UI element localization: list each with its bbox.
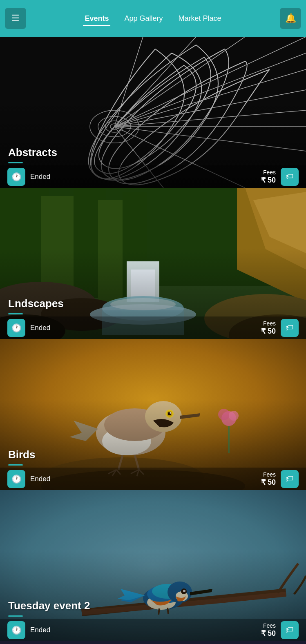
tag-icon: 🏷 [286,474,294,484]
tag-icon: 🏷 [286,172,294,181]
event-footer: 🕐 Ended Fees ₹ 50 🏷 [0,165,306,188]
event-card-landscapes[interactable]: Lndscapes 🕐 Ended Fees ₹ 50 🏷 [0,188,306,339]
event-title: Lndscapes [8,297,64,310]
app-header: ☰ Events App Gallery Market Place 🔔 [0,0,306,37]
event-status: 🕐 Ended [7,621,50,639]
tag-icon-box: 🏷 [281,621,299,639]
event-fees: Fees ₹ 50 🏷 [261,168,299,186]
event-fees-amount: ₹ 50 [261,478,276,487]
event-footer: 🕐 Ended Fees ₹ 50 🏷 [0,316,306,339]
event-status-text: Ended [30,173,50,181]
event-status-text: Ended [30,475,50,483]
main-nav: Events App Gallery Market Place [26,11,280,26]
event-fees-label: Fees [261,169,276,176]
event-fees-info: Fees ₹ 50 [261,622,276,638]
tag-icon-box: 🏷 [281,470,299,488]
tag-icon: 🏷 [286,625,294,635]
event-title-underline [8,615,23,617]
event-status-text: Ended [30,626,50,634]
tag-icon: 🏷 [286,323,294,332]
event-footer: 🕐 Ended Fees ₹ 50 🏷 [0,619,306,641]
event-fees-label: Fees [261,471,276,478]
menu-icon: ☰ [11,14,20,23]
event-status: 🕐 Ended [7,168,50,186]
event-title: Abstracts [8,146,57,159]
event-fees: Fees ₹ 50 🏷 [261,319,299,337]
clock-icon-box: 🕐 [7,470,25,488]
event-fees-amount: ₹ 50 [261,176,276,185]
clock-icon: 🕐 [11,323,22,333]
event-title-underline [8,464,23,466]
event-footer: 🕐 Ended Fees ₹ 50 🏷 [0,468,306,490]
event-fees-label: Fees [261,622,276,629]
clock-icon-box: 🕐 [7,168,25,186]
event-title-area: Tuesday event 2 [8,599,90,617]
event-fees-info: Fees ₹ 50 [261,471,276,487]
clock-icon: 🕐 [11,474,22,484]
event-fees: Fees ₹ 50 🏷 [261,470,299,488]
menu-button[interactable]: ☰ [5,8,26,29]
event-card-tuesday[interactable]: Tuesday event 2 🕐 Ended Fees ₹ 50 🏷 [0,490,306,641]
nav-item-app-gallery[interactable]: App Gallery [123,11,164,26]
tag-icon-box: 🏷 [281,319,299,337]
event-title-underline [8,313,23,314]
event-status: 🕐 Ended [7,319,50,337]
nav-item-market-place[interactable]: Market Place [177,11,223,26]
clock-icon-box: 🕐 [7,621,25,639]
event-fees-label: Fees [261,320,276,327]
event-title-area: Lndscapes [8,297,64,314]
event-title-area: Birds [8,448,35,466]
event-fees-amount: ₹ 50 [261,629,276,638]
event-fees-info: Fees ₹ 50 [261,169,276,185]
event-status-text: Ended [30,324,50,332]
event-fees: Fees ₹ 50 🏷 [261,621,299,639]
event-title: Birds [8,448,35,461]
notifications-button[interactable]: 🔔 [280,8,301,29]
event-status: 🕐 Ended [7,470,50,488]
bell-icon: 🔔 [285,13,296,24]
tag-icon-box: 🏷 [281,168,299,186]
event-fees-amount: ₹ 50 [261,327,276,336]
event-card-abstracts[interactable]: Abstracts 🕐 Ended Fees ₹ 50 🏷 [0,37,306,188]
clock-icon-box: 🕐 [7,319,25,337]
event-card-birds[interactable]: Birds 🕐 Ended Fees ₹ 50 🏷 [0,339,306,490]
event-title-underline [8,162,23,163]
event-fees-info: Fees ₹ 50 [261,320,276,336]
nav-item-events[interactable]: Events [83,11,110,26]
event-title: Tuesday event 2 [8,599,90,612]
event-title-area: Abstracts [8,146,57,163]
clock-icon: 🕐 [11,172,22,182]
clock-icon: 🕐 [11,625,22,635]
